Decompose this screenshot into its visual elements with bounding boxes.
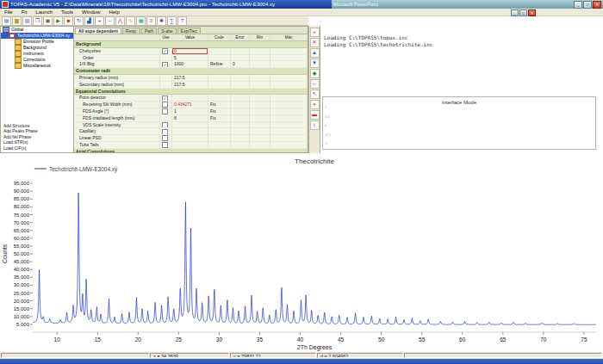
code-cell[interactable] bbox=[208, 142, 231, 148]
background-fit-icon[interactable]: ∿ bbox=[126, 16, 135, 26]
min-cell[interactable] bbox=[250, 115, 270, 121]
info-icon[interactable]: i bbox=[310, 120, 320, 130]
min-cell[interactable] bbox=[250, 75, 270, 81]
use-checkbox[interactable] bbox=[162, 135, 168, 141]
diffraction-plot[interactable]: 10152025303540455055606570755,00010,0001… bbox=[0, 153, 603, 351]
tree-item-emission-profile[interactable]: Emission Profile bbox=[1, 39, 73, 45]
tree-item-corrections[interactable]: Corrections bbox=[1, 57, 73, 63]
tree-item-miscellaneous[interactable]: Miscellaneous bbox=[1, 63, 73, 69]
value-cell[interactable]: 217.5 bbox=[172, 75, 208, 81]
min-cell[interactable] bbox=[250, 48, 270, 54]
add-peak-icon[interactable]: + bbox=[310, 28, 320, 37]
max-cell[interactable] bbox=[270, 102, 308, 108]
max-cell[interactable] bbox=[270, 82, 308, 88]
max-cell[interactable] bbox=[270, 48, 308, 54]
min-cell[interactable] bbox=[250, 82, 270, 88]
max-cell[interactable] bbox=[270, 55, 308, 61]
code-cell[interactable] bbox=[208, 55, 231, 61]
value-cell[interactable]: 8 bbox=[172, 115, 208, 121]
sum-icon[interactable]: ∑ bbox=[167, 16, 177, 26]
tree-item-background[interactable]: Background bbox=[1, 45, 73, 51]
use-checkbox[interactable]: ✓ bbox=[162, 48, 168, 54]
tree-item-techotrichit-lmw-e3004-xy[interactable]: Techotrichit-LMW-E3004.xy bbox=[1, 33, 73, 39]
close-icon[interactable]: ✕ bbox=[593, 1, 601, 9]
max-cell[interactable] bbox=[270, 135, 308, 141]
value-cell[interactable]: 217.5 bbox=[172, 82, 208, 88]
max-cell[interactable] bbox=[270, 128, 308, 134]
tab-all-aspe-dependent[interactable]: All aspe dependent bbox=[75, 28, 121, 34]
value-cell[interactable]: 1 bbox=[172, 108, 208, 114]
use-checkbox[interactable]: ✓ bbox=[162, 96, 168, 102]
copy-icon[interactable]: ❐ bbox=[33, 16, 42, 26]
max-cell[interactable] bbox=[270, 75, 308, 81]
code-cell[interactable]: Fix bbox=[208, 102, 231, 108]
tab-exp-tiec[interactable]: Exp/Tiec bbox=[177, 28, 201, 34]
value-cell[interactable]: 0.434271 bbox=[172, 102, 208, 108]
use-checkbox[interactable] bbox=[162, 142, 168, 148]
value-cell[interactable] bbox=[172, 95, 208, 101]
background-window-titlebar[interactable]: Microsoft PowerPoint _ □ ✕ bbox=[332, 0, 603, 9]
value-cell[interactable] bbox=[172, 128, 208, 134]
delete-icon[interactable]: ✕ bbox=[310, 38, 320, 47]
help-icon[interactable]: ? bbox=[177, 16, 187, 26]
max-cell[interactable] bbox=[270, 108, 308, 114]
xrd-chart[interactable]: 10152025303540455055606570755,00010,0001… bbox=[0, 153, 603, 351]
open-file-icon[interactable]: ▆ bbox=[12, 16, 22, 26]
menu-fit[interactable]: Fit bbox=[17, 9, 32, 16]
menu-launch[interactable]: Launch bbox=[31, 9, 57, 16]
exclude-region-icon[interactable]: ▬ bbox=[310, 110, 320, 120]
save-icon[interactable]: ▥ bbox=[22, 16, 32, 26]
min-cell[interactable] bbox=[250, 122, 270, 128]
value-cell[interactable] bbox=[172, 122, 208, 128]
menu-tools[interactable]: Tools bbox=[57, 9, 78, 16]
code-cell[interactable] bbox=[208, 122, 231, 128]
code-cell[interactable] bbox=[208, 82, 231, 88]
menu-window[interactable]: Window bbox=[78, 9, 104, 16]
chart-icon[interactable]: ▟ bbox=[84, 16, 94, 26]
use-checkbox[interactable] bbox=[162, 129, 168, 135]
value-cell[interactable] bbox=[172, 142, 208, 148]
refresh-icon[interactable]: ↻ bbox=[74, 16, 84, 26]
text-view-icon[interactable]: ≡ bbox=[146, 16, 156, 26]
stop-icon[interactable]: ■ bbox=[64, 16, 73, 26]
new-file-icon[interactable]: ▤ bbox=[2, 16, 11, 26]
code-cell[interactable]: Refine bbox=[208, 61, 231, 67]
tree-item-instrument[interactable]: Instrument bbox=[1, 51, 73, 57]
value-cell[interactable]: 1000 bbox=[172, 61, 208, 67]
zoom-out-icon[interactable]: − bbox=[105, 16, 115, 26]
value-cell[interactable]: 5 bbox=[172, 55, 208, 61]
fit-window-icon[interactable]: ◆ bbox=[310, 69, 320, 78]
min-cell[interactable] bbox=[250, 142, 270, 148]
xrd-trace[interactable] bbox=[33, 193, 596, 324]
maximize-button[interactable]: □ bbox=[583, 1, 592, 9]
use-checkbox[interactable] bbox=[162, 122, 168, 128]
min-cell[interactable] bbox=[250, 128, 270, 134]
max-cell[interactable] bbox=[270, 95, 308, 101]
taskbar[interactable] bbox=[0, 359, 603, 364]
child-minimize-button[interactable]: _ bbox=[511, 9, 519, 16]
minimize-button[interactable]: _ bbox=[574, 1, 582, 9]
code-cell[interactable] bbox=[208, 135, 231, 141]
settings-icon[interactable]: ✱ bbox=[157, 16, 166, 26]
min-cell[interactable] bbox=[250, 61, 270, 67]
zoom-in-icon[interactable]: + bbox=[95, 16, 104, 26]
paste-icon[interactable]: ▣ bbox=[43, 16, 53, 26]
min-cell[interactable] bbox=[250, 102, 270, 108]
tab-path[interactable]: Path bbox=[141, 28, 157, 34]
code-cell[interactable] bbox=[208, 48, 231, 54]
use-checkbox[interactable]: ✓ bbox=[162, 62, 168, 68]
code-cell[interactable]: Fix bbox=[208, 115, 231, 121]
min-cell[interactable] bbox=[250, 135, 270, 141]
code-cell[interactable]: Fix bbox=[208, 108, 231, 114]
min-cell[interactable] bbox=[250, 95, 270, 101]
move-up-icon[interactable]: ▲ bbox=[310, 48, 320, 58]
marker-icon[interactable]: ● bbox=[310, 100, 320, 109]
run-fit-icon[interactable]: ▶ bbox=[53, 16, 63, 26]
value-cell[interactable] bbox=[172, 135, 208, 141]
max-cell[interactable] bbox=[270, 122, 308, 128]
menu-file[interactable]: File bbox=[0, 9, 17, 16]
max-cell[interactable] bbox=[270, 142, 308, 148]
tab-resp[interactable]: Resp. bbox=[122, 28, 140, 34]
peaks-icon[interactable]: ⋀ bbox=[115, 16, 125, 26]
use-checkbox[interactable] bbox=[162, 102, 168, 108]
